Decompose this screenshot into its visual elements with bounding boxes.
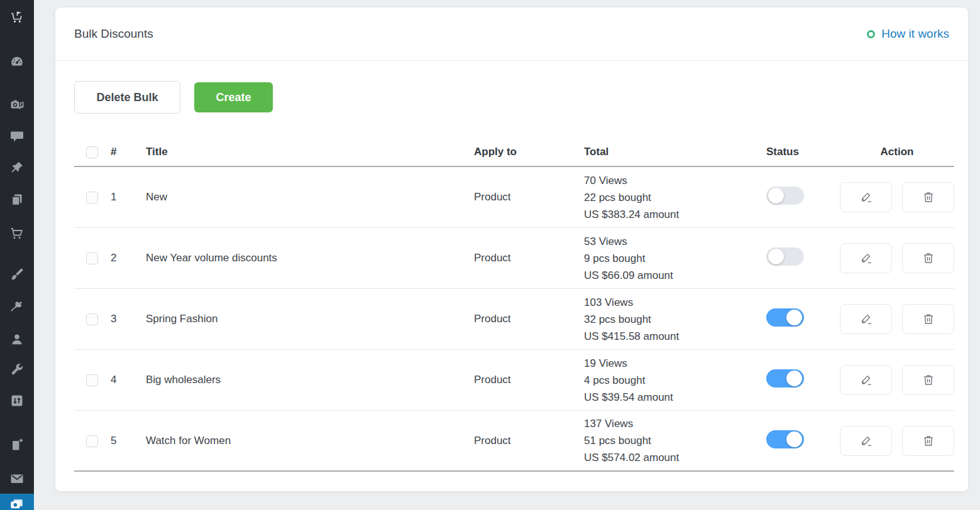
sidebar-item-discounts-active[interactable] [0, 494, 34, 510]
row-apply-to: Product [462, 374, 571, 386]
status-toggle[interactable] [766, 187, 804, 205]
green-ring-icon [867, 30, 875, 38]
how-it-works-link[interactable]: How it works [867, 27, 949, 41]
row-checkbox[interactable] [86, 435, 98, 447]
row-bought: 4 pcs bought [584, 372, 753, 389]
row-number: 4 [104, 374, 137, 386]
row-checkbox[interactable] [86, 374, 98, 386]
row-total: 137 Views 51 pcs bought US $574.02 amoun… [571, 415, 753, 466]
row-views: 53 Views [584, 233, 753, 250]
row-title: New Year volume discounts [137, 252, 462, 264]
paint-brush-icon [9, 267, 25, 282]
col-header-num: # [104, 146, 137, 158]
sidebar [0, 0, 34, 510]
delete-button[interactable] [902, 182, 954, 212]
row-title: Big wholesalers [137, 374, 462, 386]
delete-button[interactable] [902, 243, 954, 273]
row-checkbox[interactable] [86, 313, 98, 325]
status-toggle[interactable] [766, 430, 804, 448]
trash-icon [922, 373, 935, 387]
row-number: 1 [104, 191, 137, 203]
edit-button[interactable] [840, 243, 892, 273]
row-bought: 51 pcs bought [584, 432, 753, 449]
edit-button[interactable] [840, 365, 892, 395]
toolbar: Delete Bulk Create [74, 81, 949, 114]
cart-flag-logo-icon [9, 10, 25, 25]
bulk-discounts-card: Bulk Discounts How it works Delete Bulk … [55, 8, 968, 491]
col-header-apply: Apply to [462, 146, 571, 158]
row-bought: 32 pcs bought [584, 311, 753, 328]
edit-pencil-icon [859, 312, 873, 326]
row-total: 19 Views 4 pcs bought US $39.54 amount [571, 355, 753, 406]
status-toggle[interactable] [766, 247, 804, 266]
discounts-table: # Title Apply to Total Status Action 1 N… [74, 138, 954, 472]
page-title: Bulk Discounts [74, 27, 153, 41]
table-header-row: # Title Apply to Total Status Action [74, 138, 954, 167]
row-total: 103 Views 32 pcs bought US $415.58 amoun… [571, 294, 753, 345]
sidebar-item-media[interactable] [9, 97, 25, 112]
row-amount: US $66.09 amount [584, 267, 753, 284]
col-header-action: Action [840, 146, 954, 158]
user-icon [9, 332, 25, 347]
trash-icon [922, 312, 935, 326]
delete-button[interactable] [902, 426, 954, 456]
col-header-title: Title [137, 146, 462, 158]
edit-button[interactable] [840, 182, 892, 212]
table-body: 1 New Product 70 Views 22 pcs bought US … [74, 167, 954, 472]
row-views: 70 Views [584, 172, 753, 189]
create-button[interactable]: Create [194, 82, 273, 112]
row-number: 2 [104, 252, 137, 264]
edit-button[interactable] [840, 304, 892, 334]
status-toggle[interactable] [766, 308, 804, 327]
row-views: 103 Views [584, 294, 753, 311]
toggle-knob [768, 188, 784, 203]
sidebar-item-administration[interactable] [9, 362, 25, 377]
edit-pencil-icon [859, 251, 873, 265]
row-checkbox[interactable] [86, 192, 98, 203]
row-apply-to: Product [462, 252, 571, 264]
sidebar-item-addons[interactable] [9, 299, 25, 314]
camera-media-icon [9, 97, 25, 112]
sidebar-item-dashboard[interactable] [9, 54, 25, 69]
toggle-knob [786, 310, 802, 325]
sidebar-item-customers[interactable] [9, 332, 25, 347]
toggle-knob [786, 431, 802, 447]
sidebar-item-mail[interactable] [9, 471, 25, 486]
row-title: Spring Fashion [137, 313, 462, 325]
shopping-cart-icon [9, 226, 25, 241]
status-toggle[interactable] [766, 369, 804, 388]
sidebar-item-orders[interactable] [9, 226, 25, 241]
trash-icon [922, 434, 935, 448]
row-views: 19 Views [584, 355, 753, 372]
toggle-knob [786, 371, 802, 386]
chat-bubble-icon [9, 129, 25, 144]
trash-icon [922, 190, 935, 204]
row-bought: 9 pcs bought [584, 250, 753, 267]
delete-bulk-button[interactable]: Delete Bulk [74, 81, 180, 114]
sidebar-item-design[interactable] [9, 267, 25, 282]
sidebar-item-pinned[interactable] [9, 160, 25, 175]
table-row: 2 New Year volume discounts Product 53 V… [74, 228, 954, 289]
delete-button[interactable] [902, 304, 954, 334]
table-row: 5 Watch for Women Product 137 Views 51 p… [74, 411, 954, 472]
row-number: 3 [104, 313, 137, 325]
sidebar-item-logo[interactable] [9, 10, 25, 25]
edit-pencil-icon [859, 434, 873, 448]
sidebar-item-settings[interactable] [9, 393, 25, 408]
row-apply-to: Product [462, 313, 571, 325]
sidebar-item-pages[interactable] [9, 192, 25, 207]
stacked-pages-icon [9, 192, 25, 207]
wrench-icon [9, 362, 25, 377]
card-body: Delete Bulk Create # Title Apply to Tota… [55, 61, 968, 472]
col-header-status: Status [753, 146, 840, 158]
sidebar-item-new-page[interactable] [9, 437, 25, 452]
sidebar-item-messages[interactable] [9, 129, 25, 144]
page-plus-icon [9, 437, 25, 452]
row-bought: 22 pcs bought [584, 189, 753, 206]
table-row: 1 New Product 70 Views 22 pcs bought US … [74, 167, 954, 228]
delete-button[interactable] [902, 365, 954, 395]
row-checkbox[interactable] [86, 252, 98, 264]
edit-button[interactable] [840, 426, 892, 456]
row-amount: US $574.02 amount [584, 449, 753, 466]
select-all-checkbox[interactable] [86, 146, 98, 158]
